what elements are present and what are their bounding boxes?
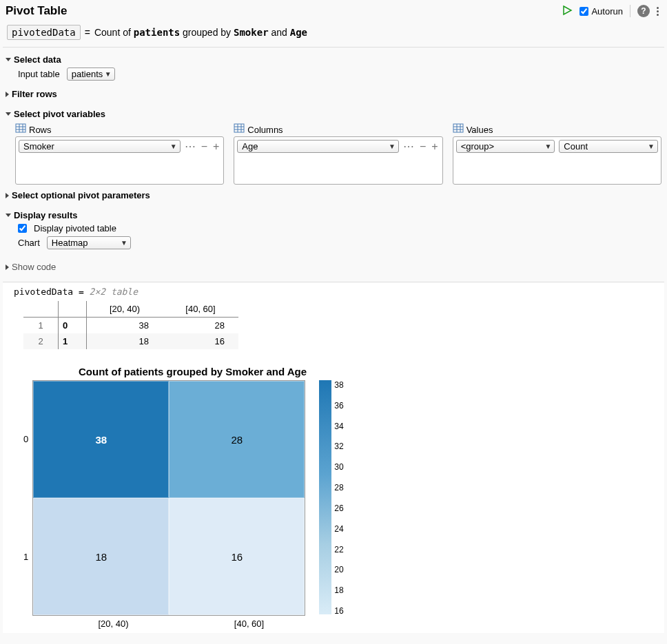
chevron-right-icon [6,92,9,97]
chart-title: Count of patients grouped by Smoker and … [79,366,307,377]
rows-variable-select[interactable]: Smoker▼ [19,140,181,153]
y-tick: 1 [23,552,28,562]
chart-type-select[interactable]: Heatmap▼ [47,236,131,249]
help-icon[interactable]: ? [637,5,650,17]
colorbar-tick: 24 [334,524,343,534]
add-icon[interactable]: + [430,141,439,153]
heatmap-cell: 16 [169,498,305,615]
table-row: 2 1 18 16 [23,333,238,349]
columns-variable-select[interactable]: Age▼ [237,140,399,153]
grid-icon [234,123,245,135]
heatmap-chart: Count of patients grouped by Smoker and … [23,366,657,629]
colorbar-tick: 30 [334,462,343,472]
chevron-right-icon [6,264,9,270]
colorbar-tick: 38 [334,380,343,390]
chevron-down-icon [6,112,11,116]
svg-rect-11 [453,124,463,132]
result-summary: 2×2 table [90,287,138,297]
column-header: [20, 40) [87,301,163,318]
more-options-icon[interactable] [655,6,660,17]
remove-icon[interactable]: − [200,141,209,153]
colorbar [319,380,331,614]
column-header: [40, 60] [163,301,238,318]
display-table-checkbox[interactable] [18,224,27,233]
section-show-code[interactable]: Show code [6,262,661,272]
add-icon[interactable]: + [212,141,220,153]
svg-rect-1 [16,124,25,132]
result-varname: pivotedData [14,287,73,297]
autorun-checkbox[interactable] [579,7,588,16]
colorbar-tick: 22 [334,545,343,554]
rows-container: Smoker▼ ⋯ − + [15,136,224,185]
page-title: Pivot Table [6,4,67,18]
values-container: <group>▼ Count▼ [453,136,661,185]
chevron-right-icon [6,193,9,198]
run-icon[interactable] [562,5,573,18]
divider [630,5,630,17]
columns-container: Age▼ ⋯ − + [234,136,442,185]
output-var-name[interactable]: pivotedData [7,25,81,40]
grid-icon [453,123,464,135]
svg-rect-6 [234,124,244,132]
svg-marker-0 [564,6,571,14]
values-aggregation-select[interactable]: Count▼ [559,140,658,153]
section-select-pivot[interactable]: Select pivot variables [6,109,661,119]
colorbar-tick: 32 [334,442,343,451]
section-filter-rows[interactable]: Filter rows [6,89,661,99]
autorun-toggle[interactable]: Autorun [579,6,623,17]
x-tick: [20, 40) [45,619,181,629]
equals-sign: = [85,27,90,38]
section-optional-params[interactable]: Select optional pivot parameters [6,190,661,200]
colorbar-tick: 36 [334,401,343,411]
result-table: [20, 40) [40, 60] 1 0 38 28 2 1 18 16 [23,301,238,349]
values-variable-select[interactable]: <group>▼ [456,140,555,153]
heatmap-cell: 28 [169,381,305,498]
remove-icon[interactable]: − [418,141,427,153]
heatmap-cell: 38 [33,381,169,498]
chevron-down-icon [6,58,11,61]
input-table-select[interactable]: patients▼ [67,67,115,81]
colorbar-tick: 16 [334,606,343,616]
section-display-results[interactable]: Display results [6,210,661,220]
autorun-label: Autorun [591,6,623,17]
x-tick: [40, 60] [181,619,317,629]
display-table-toggle[interactable]: Display pivoted table [18,223,661,233]
grid-icon [15,123,26,135]
y-tick: 0 [23,434,28,444]
more-icon[interactable]: ⋯ [402,140,415,153]
section-select-data[interactable]: Select data [6,54,661,65]
table-row: 1 0 38 28 [23,318,238,334]
chart-type-label: Chart [18,238,40,248]
input-table-label: Input table [18,69,60,79]
heatmap-cell: 18 [33,498,169,615]
colorbar-tick: 28 [334,483,343,492]
more-icon[interactable]: ⋯ [183,140,197,153]
colorbar-tick: 34 [334,422,343,431]
colorbar-tick: 20 [334,565,343,574]
chevron-down-icon [6,214,11,217]
colorbar-tick: 26 [334,503,343,513]
colorbar-tick: 18 [334,585,343,595]
